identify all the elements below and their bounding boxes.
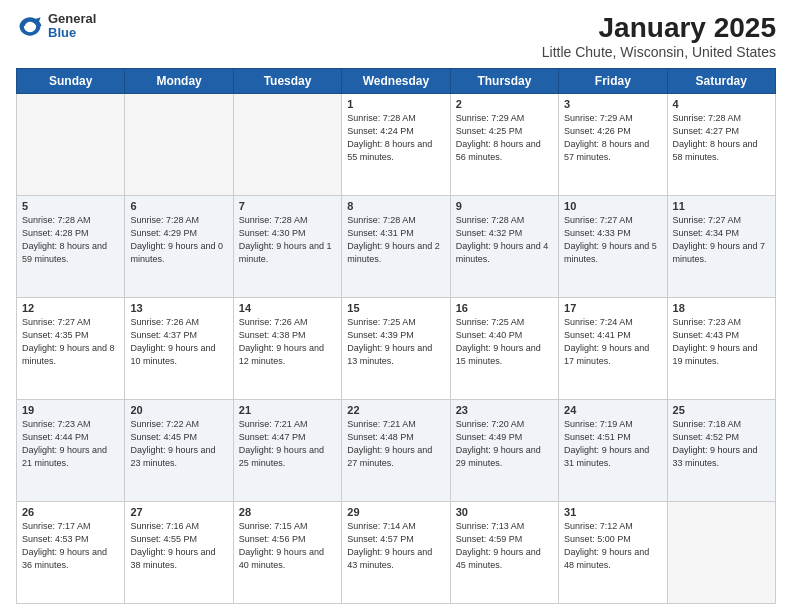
title-location: Little Chute, Wisconsin, United States (542, 44, 776, 60)
day-info: Sunrise: 7:22 AMSunset: 4:45 PMDaylight:… (130, 418, 227, 470)
day-info: Sunrise: 7:26 AMSunset: 4:38 PMDaylight:… (239, 316, 336, 368)
day-info: Sunrise: 7:28 AMSunset: 4:30 PMDaylight:… (239, 214, 336, 266)
weekday-header-sunday: Sunday (17, 69, 125, 94)
calendar-cell: 31Sunrise: 7:12 AMSunset: 5:00 PMDayligh… (559, 502, 667, 604)
calendar-table: SundayMondayTuesdayWednesdayThursdayFrid… (16, 68, 776, 604)
day-number: 5 (22, 200, 119, 212)
day-info: Sunrise: 7:25 AMSunset: 4:39 PMDaylight:… (347, 316, 444, 368)
calendar-cell: 9Sunrise: 7:28 AMSunset: 4:32 PMDaylight… (450, 196, 558, 298)
day-number: 13 (130, 302, 227, 314)
logo-blue: Blue (48, 26, 96, 40)
day-number: 8 (347, 200, 444, 212)
day-info: Sunrise: 7:27 AMSunset: 4:34 PMDaylight:… (673, 214, 770, 266)
day-info: Sunrise: 7:25 AMSunset: 4:40 PMDaylight:… (456, 316, 553, 368)
calendar-cell: 18Sunrise: 7:23 AMSunset: 4:43 PMDayligh… (667, 298, 775, 400)
day-number: 9 (456, 200, 553, 212)
calendar-cell: 1Sunrise: 7:28 AMSunset: 4:24 PMDaylight… (342, 94, 450, 196)
calendar-cell: 5Sunrise: 7:28 AMSunset: 4:28 PMDaylight… (17, 196, 125, 298)
calendar-cell: 23Sunrise: 7:20 AMSunset: 4:49 PMDayligh… (450, 400, 558, 502)
day-number: 6 (130, 200, 227, 212)
calendar-cell: 16Sunrise: 7:25 AMSunset: 4:40 PMDayligh… (450, 298, 558, 400)
day-number: 1 (347, 98, 444, 110)
calendar-cell (125, 94, 233, 196)
day-number: 25 (673, 404, 770, 416)
day-number: 23 (456, 404, 553, 416)
day-info: Sunrise: 7:20 AMSunset: 4:49 PMDaylight:… (456, 418, 553, 470)
day-info: Sunrise: 7:18 AMSunset: 4:52 PMDaylight:… (673, 418, 770, 470)
calendar-cell: 22Sunrise: 7:21 AMSunset: 4:48 PMDayligh… (342, 400, 450, 502)
calendar-cell (667, 502, 775, 604)
day-number: 16 (456, 302, 553, 314)
day-info: Sunrise: 7:17 AMSunset: 4:53 PMDaylight:… (22, 520, 119, 572)
day-number: 2 (456, 98, 553, 110)
weekday-header-monday: Monday (125, 69, 233, 94)
calendar-cell: 13Sunrise: 7:26 AMSunset: 4:37 PMDayligh… (125, 298, 233, 400)
calendar-cell: 7Sunrise: 7:28 AMSunset: 4:30 PMDaylight… (233, 196, 341, 298)
weekday-header-saturday: Saturday (667, 69, 775, 94)
day-number: 22 (347, 404, 444, 416)
day-info: Sunrise: 7:14 AMSunset: 4:57 PMDaylight:… (347, 520, 444, 572)
day-info: Sunrise: 7:27 AMSunset: 4:35 PMDaylight:… (22, 316, 119, 368)
title-block: January 2025 Little Chute, Wisconsin, Un… (542, 12, 776, 60)
day-info: Sunrise: 7:26 AMSunset: 4:37 PMDaylight:… (130, 316, 227, 368)
calendar-cell: 25Sunrise: 7:18 AMSunset: 4:52 PMDayligh… (667, 400, 775, 502)
weekday-header-row: SundayMondayTuesdayWednesdayThursdayFrid… (17, 69, 776, 94)
day-number: 17 (564, 302, 661, 314)
day-number: 28 (239, 506, 336, 518)
day-info: Sunrise: 7:12 AMSunset: 5:00 PMDaylight:… (564, 520, 661, 572)
day-info: Sunrise: 7:28 AMSunset: 4:28 PMDaylight:… (22, 214, 119, 266)
day-info: Sunrise: 7:15 AMSunset: 4:56 PMDaylight:… (239, 520, 336, 572)
week-row-0: 1Sunrise: 7:28 AMSunset: 4:24 PMDaylight… (17, 94, 776, 196)
day-info: Sunrise: 7:21 AMSunset: 4:47 PMDaylight:… (239, 418, 336, 470)
weekday-header-friday: Friday (559, 69, 667, 94)
logo-text: General Blue (48, 12, 96, 41)
weekday-header-wednesday: Wednesday (342, 69, 450, 94)
day-number: 20 (130, 404, 227, 416)
calendar-cell: 17Sunrise: 7:24 AMSunset: 4:41 PMDayligh… (559, 298, 667, 400)
calendar-cell: 15Sunrise: 7:25 AMSunset: 4:39 PMDayligh… (342, 298, 450, 400)
day-info: Sunrise: 7:29 AMSunset: 4:25 PMDaylight:… (456, 112, 553, 164)
calendar-cell: 26Sunrise: 7:17 AMSunset: 4:53 PMDayligh… (17, 502, 125, 604)
day-number: 12 (22, 302, 119, 314)
calendar-cell: 3Sunrise: 7:29 AMSunset: 4:26 PMDaylight… (559, 94, 667, 196)
day-number: 4 (673, 98, 770, 110)
calendar-cell: 30Sunrise: 7:13 AMSunset: 4:59 PMDayligh… (450, 502, 558, 604)
calendar-cell (233, 94, 341, 196)
calendar-cell: 14Sunrise: 7:26 AMSunset: 4:38 PMDayligh… (233, 298, 341, 400)
day-number: 10 (564, 200, 661, 212)
week-row-4: 26Sunrise: 7:17 AMSunset: 4:53 PMDayligh… (17, 502, 776, 604)
day-number: 14 (239, 302, 336, 314)
title-month: January 2025 (542, 12, 776, 44)
calendar-cell: 4Sunrise: 7:28 AMSunset: 4:27 PMDaylight… (667, 94, 775, 196)
day-number: 21 (239, 404, 336, 416)
day-info: Sunrise: 7:28 AMSunset: 4:27 PMDaylight:… (673, 112, 770, 164)
day-number: 19 (22, 404, 119, 416)
calendar-cell: 8Sunrise: 7:28 AMSunset: 4:31 PMDaylight… (342, 196, 450, 298)
calendar-cell: 10Sunrise: 7:27 AMSunset: 4:33 PMDayligh… (559, 196, 667, 298)
day-info: Sunrise: 7:29 AMSunset: 4:26 PMDaylight:… (564, 112, 661, 164)
week-row-3: 19Sunrise: 7:23 AMSunset: 4:44 PMDayligh… (17, 400, 776, 502)
calendar-cell: 29Sunrise: 7:14 AMSunset: 4:57 PMDayligh… (342, 502, 450, 604)
weekday-header-tuesday: Tuesday (233, 69, 341, 94)
calendar-cell: 2Sunrise: 7:29 AMSunset: 4:25 PMDaylight… (450, 94, 558, 196)
calendar-cell: 12Sunrise: 7:27 AMSunset: 4:35 PMDayligh… (17, 298, 125, 400)
day-number: 15 (347, 302, 444, 314)
calendar-cell: 21Sunrise: 7:21 AMSunset: 4:47 PMDayligh… (233, 400, 341, 502)
day-number: 31 (564, 506, 661, 518)
day-info: Sunrise: 7:27 AMSunset: 4:33 PMDaylight:… (564, 214, 661, 266)
day-number: 18 (673, 302, 770, 314)
day-info: Sunrise: 7:28 AMSunset: 4:29 PMDaylight:… (130, 214, 227, 266)
weekday-header-thursday: Thursday (450, 69, 558, 94)
calendar-cell: 19Sunrise: 7:23 AMSunset: 4:44 PMDayligh… (17, 400, 125, 502)
calendar-cell: 28Sunrise: 7:15 AMSunset: 4:56 PMDayligh… (233, 502, 341, 604)
calendar-cell: 27Sunrise: 7:16 AMSunset: 4:55 PMDayligh… (125, 502, 233, 604)
day-info: Sunrise: 7:19 AMSunset: 4:51 PMDaylight:… (564, 418, 661, 470)
header: General Blue January 2025 Little Chute, … (16, 12, 776, 60)
day-number: 26 (22, 506, 119, 518)
day-info: Sunrise: 7:21 AMSunset: 4:48 PMDaylight:… (347, 418, 444, 470)
day-info: Sunrise: 7:23 AMSunset: 4:43 PMDaylight:… (673, 316, 770, 368)
day-info: Sunrise: 7:28 AMSunset: 4:32 PMDaylight:… (456, 214, 553, 266)
logo-general: General (48, 12, 96, 26)
day-info: Sunrise: 7:28 AMSunset: 4:31 PMDaylight:… (347, 214, 444, 266)
day-info: Sunrise: 7:28 AMSunset: 4:24 PMDaylight:… (347, 112, 444, 164)
